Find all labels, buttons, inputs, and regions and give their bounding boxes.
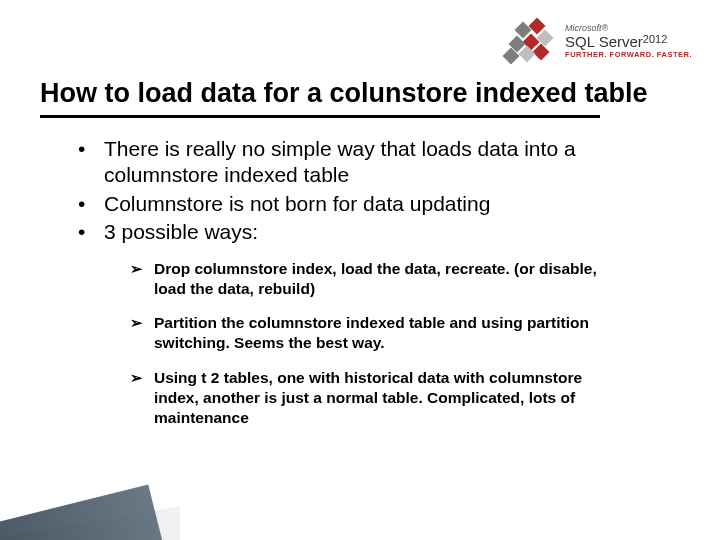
- logo-tagline: FURTHER. FORWARD. FASTER.: [565, 50, 692, 59]
- title-area: How to load data for a colunstore indexe…: [40, 78, 680, 118]
- logo-text-block: Microsoft® SQL Server2012 FURTHER. FORWA…: [565, 23, 692, 59]
- title-underline: [40, 115, 600, 118]
- bullet-item: Columnstore is not born for data updatin…: [70, 191, 660, 217]
- slide-title: How to load data for a colunstore indexe…: [40, 78, 680, 113]
- bullet-item: 3 possible ways:: [70, 219, 660, 245]
- sub-bullet-item: Using t 2 tables, one with historical da…: [130, 368, 604, 428]
- logo-brand-name: SQL Server: [565, 33, 643, 50]
- sub-bullet-item: Drop columnstore index, load the data, r…: [130, 259, 604, 299]
- corner-decoration: [0, 480, 180, 540]
- logo-brand-prefix: Microsoft®: [565, 23, 608, 33]
- cubes-icon: [501, 18, 555, 64]
- product-logo-area: Microsoft® SQL Server2012 FURTHER. FORWA…: [501, 18, 692, 64]
- wedge-dark: [0, 484, 165, 540]
- main-bullet-list: There is really no simple way that loads…: [70, 136, 660, 245]
- content-area: There is really no simple way that loads…: [70, 136, 660, 442]
- bullet-item: There is really no simple way that loads…: [70, 136, 660, 189]
- logo-brand-year: 2012: [643, 33, 667, 45]
- logo-brand-main: SQL Server2012: [565, 33, 667, 50]
- slide: Microsoft® SQL Server2012 FURTHER. FORWA…: [0, 0, 720, 540]
- sub-bullet-list: Drop columnstore index, load the data, r…: [70, 259, 660, 428]
- sub-bullet-item: Partition the columnstore indexed table …: [130, 313, 604, 353]
